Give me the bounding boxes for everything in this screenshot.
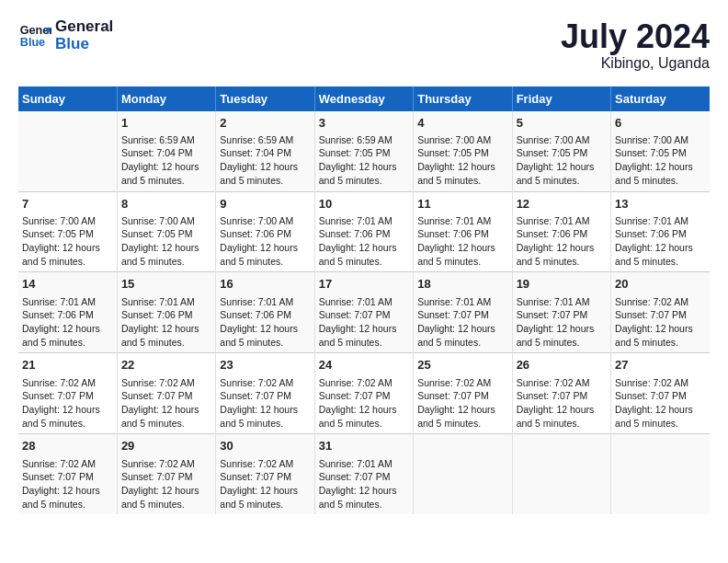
daylight-text: Daylight: 12 hours and 5 minutes. (22, 485, 100, 510)
sunrise-text: Sunrise: 7:01 AM (517, 215, 590, 226)
sunset-text: Sunset: 7:07 PM (22, 471, 94, 482)
day-number: 30 (220, 438, 310, 454)
calendar-cell: 14Sunrise: 7:01 AMSunset: 7:06 PMDayligh… (18, 272, 117, 353)
col-header-friday: Friday (512, 86, 610, 111)
col-header-tuesday: Tuesday (216, 86, 314, 111)
sunset-text: Sunset: 7:07 PM (121, 471, 193, 482)
calendar-cell: 9Sunrise: 7:00 AMSunset: 7:06 PMDaylight… (216, 191, 314, 272)
sunset-text: Sunset: 7:07 PM (615, 309, 687, 320)
calendar-cell: 4Sunrise: 7:00 AMSunset: 7:05 PMDaylight… (414, 111, 512, 191)
sunrise-text: Sunrise: 7:01 AM (220, 296, 293, 307)
sunset-text: Sunset: 7:07 PM (517, 390, 588, 401)
daylight-text: Daylight: 12 hours and 5 minutes. (220, 161, 298, 186)
daylight-text: Daylight: 12 hours and 5 minutes. (220, 404, 298, 429)
daylight-text: Daylight: 12 hours and 5 minutes. (417, 242, 495, 267)
day-number: 8 (121, 196, 211, 213)
sunrise-text: Sunrise: 7:02 AM (22, 377, 96, 388)
calendar-header-row: SundayMondayTuesdayWednesdayThursdayFrid… (18, 86, 710, 111)
col-header-monday: Monday (117, 86, 215, 111)
day-number: 12 (517, 196, 607, 213)
col-header-sunday: Sunday (18, 86, 117, 111)
sunset-text: Sunset: 7:07 PM (615, 390, 687, 401)
col-header-wednesday: Wednesday (314, 86, 413, 111)
sunset-text: Sunset: 7:06 PM (517, 228, 588, 239)
sunset-text: Sunset: 7:07 PM (319, 471, 391, 482)
sunrise-text: Sunrise: 7:02 AM (220, 458, 293, 469)
page-header: General Blue General Blue July 2024 Kibi… (18, 18, 710, 72)
calendar-cell: 25Sunrise: 7:02 AMSunset: 7:07 PMDayligh… (414, 353, 512, 434)
calendar-cell: 27Sunrise: 7:02 AMSunset: 7:07 PMDayligh… (611, 353, 710, 434)
calendar-cell: 11Sunrise: 7:01 AMSunset: 7:06 PMDayligh… (414, 191, 512, 272)
week-row-4: 21Sunrise: 7:02 AMSunset: 7:07 PMDayligh… (18, 353, 710, 434)
day-number: 18 (417, 276, 507, 293)
sunrise-text: Sunrise: 7:01 AM (417, 215, 491, 226)
sunset-text: Sunset: 7:05 PM (517, 147, 588, 158)
calendar-cell: 30Sunrise: 7:02 AMSunset: 7:07 PMDayligh… (216, 434, 314, 514)
day-number: 29 (121, 438, 211, 454)
sunset-text: Sunset: 7:05 PM (417, 147, 489, 158)
sunrise-text: Sunrise: 7:01 AM (517, 296, 590, 307)
sunrise-text: Sunrise: 7:02 AM (121, 458, 195, 469)
day-number: 24 (319, 357, 409, 373)
sunset-text: Sunset: 7:07 PM (517, 309, 588, 320)
calendar-cell: 18Sunrise: 7:01 AMSunset: 7:07 PMDayligh… (414, 272, 512, 353)
day-number: 7 (22, 196, 113, 213)
daylight-text: Daylight: 12 hours and 5 minutes. (121, 242, 199, 267)
calendar-cell: 7Sunrise: 7:00 AMSunset: 7:05 PMDaylight… (18, 191, 117, 272)
day-number: 1 (121, 115, 211, 132)
day-number: 2 (220, 115, 310, 132)
daylight-text: Daylight: 12 hours and 5 minutes. (517, 404, 595, 429)
calendar-cell: 17Sunrise: 7:01 AMSunset: 7:07 PMDayligh… (314, 272, 413, 353)
daylight-text: Daylight: 12 hours and 5 minutes. (121, 161, 199, 186)
sunrise-text: Sunrise: 7:01 AM (121, 296, 195, 307)
day-number: 10 (319, 196, 409, 213)
sunset-text: Sunset: 7:06 PM (417, 228, 489, 239)
sunrise-text: Sunrise: 7:00 AM (417, 134, 491, 145)
daylight-text: Daylight: 12 hours and 5 minutes. (22, 242, 100, 267)
day-number: 20 (615, 276, 706, 293)
sunrise-text: Sunrise: 7:00 AM (220, 215, 293, 226)
daylight-text: Daylight: 12 hours and 5 minutes. (615, 404, 693, 429)
calendar-cell: 10Sunrise: 7:01 AMSunset: 7:06 PMDayligh… (314, 191, 413, 272)
calendar-cell: 23Sunrise: 7:02 AMSunset: 7:07 PMDayligh… (216, 353, 314, 434)
calendar-cell: 21Sunrise: 7:02 AMSunset: 7:07 PMDayligh… (18, 353, 117, 434)
daylight-text: Daylight: 12 hours and 5 minutes. (517, 242, 595, 267)
day-number: 27 (615, 357, 706, 373)
sunset-text: Sunset: 7:07 PM (319, 309, 391, 320)
calendar-cell (414, 434, 512, 514)
sunrise-text: Sunrise: 7:02 AM (417, 377, 491, 388)
calendar-cell: 20Sunrise: 7:02 AMSunset: 7:07 PMDayligh… (611, 272, 710, 353)
sunset-text: Sunset: 7:05 PM (121, 228, 193, 239)
day-number: 25 (417, 357, 507, 373)
daylight-text: Daylight: 12 hours and 5 minutes. (319, 161, 397, 186)
day-number: 9 (220, 196, 310, 213)
logo-line1: General (55, 18, 113, 36)
calendar-cell: 29Sunrise: 7:02 AMSunset: 7:07 PMDayligh… (117, 434, 215, 514)
daylight-text: Daylight: 12 hours and 5 minutes. (22, 404, 100, 429)
daylight-text: Daylight: 12 hours and 5 minutes. (615, 161, 693, 186)
week-row-2: 7Sunrise: 7:00 AMSunset: 7:05 PMDaylight… (18, 191, 710, 272)
sunset-text: Sunset: 7:07 PM (22, 390, 94, 401)
sunrise-text: Sunrise: 7:01 AM (319, 215, 392, 226)
daylight-text: Daylight: 12 hours and 5 minutes. (517, 161, 595, 186)
daylight-text: Daylight: 12 hours and 5 minutes. (121, 485, 199, 510)
daylight-text: Daylight: 12 hours and 5 minutes. (615, 323, 693, 348)
logo-icon: General Blue (18, 19, 51, 52)
calendar-cell: 3Sunrise: 6:59 AMSunset: 7:05 PMDaylight… (314, 111, 413, 191)
logo: General Blue General Blue (18, 18, 113, 52)
daylight-text: Daylight: 12 hours and 5 minutes. (319, 404, 397, 429)
daylight-text: Daylight: 12 hours and 5 minutes. (615, 242, 693, 267)
day-number: 28 (22, 438, 113, 454)
sunset-text: Sunset: 7:06 PM (319, 228, 391, 239)
calendar-cell: 15Sunrise: 7:01 AMSunset: 7:06 PMDayligh… (117, 272, 215, 353)
day-number: 3 (319, 115, 409, 132)
day-number: 22 (121, 357, 211, 373)
sunset-text: Sunset: 7:04 PM (220, 147, 291, 158)
sunset-text: Sunset: 7:04 PM (121, 147, 193, 158)
calendar-cell: 16Sunrise: 7:01 AMSunset: 7:06 PMDayligh… (216, 272, 314, 353)
day-number: 11 (417, 196, 507, 213)
sunset-text: Sunset: 7:06 PM (121, 309, 193, 320)
sunrise-text: Sunrise: 7:01 AM (22, 296, 96, 307)
calendar-cell: 24Sunrise: 7:02 AMSunset: 7:07 PMDayligh… (314, 353, 413, 434)
sunrise-text: Sunrise: 7:02 AM (121, 377, 195, 388)
